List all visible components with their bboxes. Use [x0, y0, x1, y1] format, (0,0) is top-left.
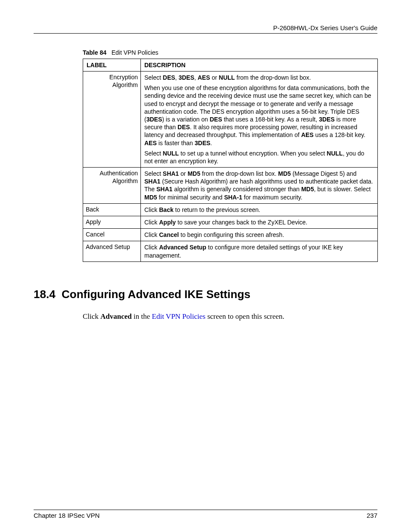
header-title: P-2608HWL-Dx Series User's Guide	[273, 24, 377, 31]
footer-page-number: 237	[367, 512, 377, 519]
link-edit-vpn-policies[interactable]: Edit VPN Policies	[152, 312, 206, 320]
label-authentication-algorithm: Authentication Algorithm	[83, 168, 141, 204]
row-apply: Apply Click Apply to save your changes b…	[83, 216, 378, 229]
desc-advanced-setup: Click Advanced Setup to configure more d…	[141, 241, 378, 261]
label-advanced-setup: Advanced Setup	[83, 241, 141, 261]
row-cancel: Cancel Click Cancel to begin configuring…	[83, 229, 378, 241]
table-number: Table 84	[83, 49, 106, 56]
table-title: Edit VPN Policies	[112, 49, 159, 56]
row-back: Back Click Back to return to the previou…	[83, 203, 378, 216]
col-header-description: DESCRIPTION	[141, 59, 378, 72]
footer-chapter: Chapter 18 IPSec VPN	[34, 512, 100, 519]
table-caption: Table 84 Edit VPN Policies	[83, 49, 377, 56]
desc-back: Click Back to return to the previous scr…	[141, 203, 378, 216]
section-number: 18.4	[34, 288, 56, 301]
desc-apply: Click Apply to save your changes back to…	[141, 216, 378, 229]
row-authentication-algorithm: Authentication Algorithm Select SHA1 or …	[83, 168, 378, 204]
page-header: P-2608HWL-Dx Series User's Guide	[34, 24, 377, 34]
col-header-label: LABEL	[83, 59, 141, 72]
edit-vpn-policies-table: LABEL DESCRIPTION Encryption Algorithm S…	[83, 59, 378, 262]
desc-encryption-algorithm: Select DES, 3DES, AES or NULL from the d…	[141, 72, 378, 168]
page-footer: Chapter 18 IPSec VPN 237	[34, 510, 377, 519]
label-apply: Apply	[83, 216, 141, 229]
section-title: Configuring Advanced IKE Settings	[62, 288, 250, 301]
section-heading: 18.4 Configuring Advanced IKE Settings	[34, 288, 377, 301]
label-encryption-algorithm: Encryption Algorithm	[83, 72, 141, 168]
desc-cancel: Click Cancel to begin configuring this s…	[141, 229, 378, 241]
row-encryption-algorithm: Encryption Algorithm Select DES, 3DES, A…	[83, 72, 378, 168]
body-paragraph: Click Advanced in the Edit VPN Policies …	[83, 312, 377, 321]
label-back: Back	[83, 203, 141, 216]
desc-authentication-algorithm: Select SHA1 or MD5 from the drop-down li…	[141, 168, 378, 204]
row-advanced-setup: Advanced Setup Click Advanced Setup to c…	[83, 241, 378, 261]
label-cancel: Cancel	[83, 229, 141, 241]
